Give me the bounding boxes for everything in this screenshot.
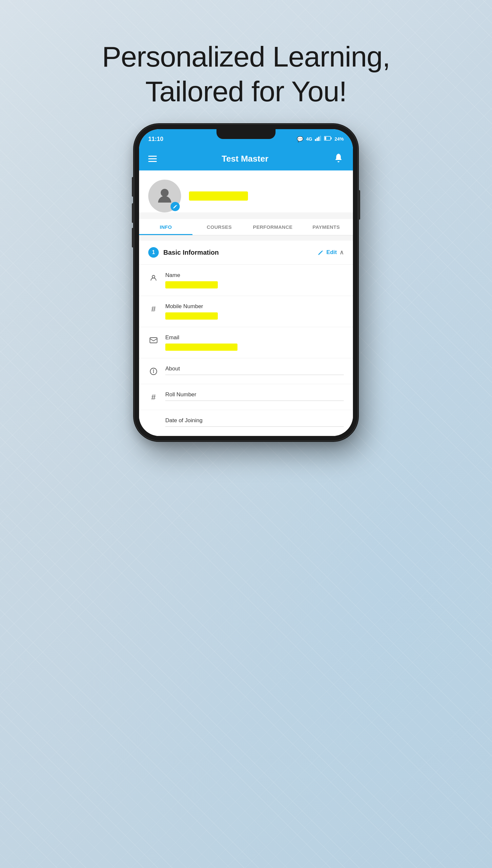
phone-mockup: 11:10 💬 4G <box>134 125 358 441</box>
tab-info[interactable]: INFO <box>139 219 193 235</box>
hero-title: Personalized Learning, Tailored for You! <box>0 40 492 108</box>
name-value-redacted <box>165 281 218 288</box>
profile-section <box>139 170 353 212</box>
edit-button[interactable]: Edit ∧ <box>318 249 344 256</box>
app-title: Test Master <box>222 154 269 164</box>
no-icon <box>148 418 159 428</box>
section-title: Basic Information <box>163 249 219 256</box>
roll-value-line <box>165 400 344 401</box>
section-badge: 1 Basic Information <box>148 247 219 258</box>
whatsapp-icon: 💬 <box>297 136 303 142</box>
notch <box>217 129 275 139</box>
email-row: Email <box>139 327 353 358</box>
about-row: About <box>139 358 353 384</box>
signal-bars-icon <box>315 136 321 142</box>
bell-button[interactable] <box>333 153 344 164</box>
svg-rect-5 <box>330 137 331 139</box>
status-icons: 💬 4G <box>297 136 344 142</box>
roll-label: Roll Number <box>165 391 344 398</box>
svg-point-8 <box>152 275 155 278</box>
doj-content: Date of Joining <box>165 417 344 427</box>
hamburger-menu-button[interactable] <box>148 156 157 162</box>
svg-point-12 <box>153 370 154 370</box>
edit-avatar-button[interactable] <box>171 202 180 211</box>
doj-row: Date of Joining <box>139 410 353 436</box>
battery-percent: 24% <box>335 136 344 141</box>
status-time: 11:10 <box>148 136 163 142</box>
about-content: About <box>165 366 344 375</box>
tab-courses[interactable]: COURSES <box>193 219 246 235</box>
tab-performance[interactable]: PERFORMANCE <box>246 219 299 235</box>
phone-frame: 11:10 💬 4G <box>134 125 358 441</box>
section-number-badge: 1 <box>148 247 159 258</box>
svg-rect-6 <box>324 137 326 140</box>
about-label: About <box>165 366 344 372</box>
name-label: Name <box>165 272 344 279</box>
svg-rect-9 <box>150 338 157 343</box>
name-content: Name <box>165 272 344 288</box>
roll-number-row: # Roll Number <box>139 384 353 410</box>
svg-rect-3 <box>320 136 321 141</box>
tab-payments[interactable]: PAYMENTS <box>299 219 353 235</box>
envelope-icon <box>148 335 159 345</box>
hash-icon-roll: # <box>148 392 159 402</box>
tab-bar: INFO COURSES PERFORMANCE PAYMENTS <box>139 219 353 235</box>
email-value-redacted <box>165 344 238 351</box>
svg-rect-1 <box>317 138 318 141</box>
mobile-row: # Mobile Number <box>139 296 353 327</box>
svg-rect-0 <box>315 139 316 141</box>
mobile-content: Mobile Number <box>165 303 344 320</box>
info-circle-icon <box>148 366 159 377</box>
about-value-line <box>165 375 344 375</box>
user-name-redacted <box>189 191 248 201</box>
svg-rect-2 <box>318 137 319 141</box>
roll-content: Roll Number <box>165 391 344 401</box>
basic-info-header: 1 Basic Information Edit ∧ <box>139 241 353 264</box>
info-rows: Name # Mobile Number <box>139 265 353 436</box>
signal-label: 4G <box>306 136 312 141</box>
phone-screen: 11:10 💬 4G <box>139 129 353 436</box>
battery-icon <box>324 136 332 142</box>
svg-point-7 <box>161 189 169 197</box>
app-header: Test Master <box>139 147 353 170</box>
person-icon <box>155 186 174 206</box>
status-bar: 11:10 💬 4G <box>139 129 353 147</box>
content-area: 1 Basic Information Edit ∧ <box>139 241 353 436</box>
mobile-value-redacted <box>165 312 218 320</box>
email-label: Email <box>165 334 344 341</box>
mobile-label: Mobile Number <box>165 303 344 310</box>
hash-icon-mobile: # <box>148 304 159 314</box>
doj-value-line <box>165 426 344 427</box>
person-icon <box>148 273 159 283</box>
avatar-wrapper <box>148 180 181 212</box>
doj-label: Date of Joining <box>165 417 344 424</box>
hero-section: Personalized Learning, Tailored for You! <box>0 40 492 108</box>
name-row: Name <box>139 265 353 296</box>
email-content: Email <box>165 334 344 351</box>
